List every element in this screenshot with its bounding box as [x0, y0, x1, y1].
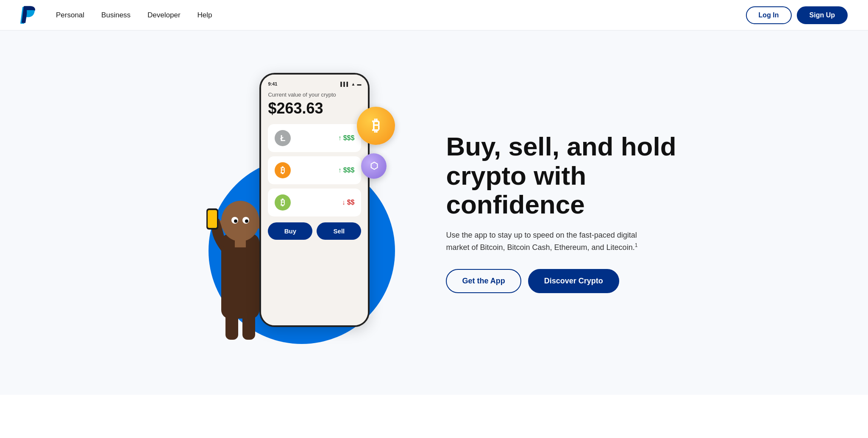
- phone-crypto-value: $263.63: [268, 100, 361, 117]
- svg-point-5: [245, 219, 248, 223]
- bch-row: ₿ ↓ $$: [268, 189, 361, 216]
- svg-point-4: [234, 219, 237, 223]
- floating-ethereum-icon: ⬡: [361, 153, 387, 179]
- floating-bitcoin-icon: ₿: [357, 107, 395, 145]
- navigation: Personal Business Developer Help Log In …: [0, 0, 868, 30]
- btc-icon: ₿: [275, 162, 291, 178]
- btc-arrow-up-icon: ↑: [338, 166, 342, 174]
- phone-status-bar: 9:41 ▌▌▌ ▲ ▬: [268, 81, 361, 86]
- btc-change: ↑ $$$: [338, 166, 355, 174]
- hero-content: Buy, sell, and hold crypto with confiden…: [446, 132, 676, 293]
- ltc-row: Ł ↑ $$$: [268, 124, 361, 152]
- bch-icon: ₿: [275, 194, 291, 211]
- phone-action-buttons: Buy Sell: [268, 222, 361, 240]
- phone-crypto-label: Current value of your crypto: [268, 91, 361, 98]
- battery-icon: ▬: [357, 82, 361, 86]
- phone-buy-button[interactable]: Buy: [268, 222, 312, 240]
- svg-rect-11: [225, 310, 238, 340]
- svg-rect-8: [235, 238, 246, 247]
- hero-section: 9:41 ▌▌▌ ▲ ▬ Current value of your crypt…: [0, 30, 868, 395]
- paypal-logo[interactable]: [20, 6, 36, 25]
- svg-rect-10: [208, 210, 217, 228]
- svg-point-1: [221, 201, 259, 241]
- nav-personal[interactable]: Personal: [56, 11, 84, 19]
- hero-subtext: Use the app to stay up to speed on the f…: [446, 229, 649, 254]
- ltc-icon: Ł: [275, 130, 291, 146]
- hero-cta-buttons: Get the App Discover Crypto: [446, 269, 676, 293]
- phone-sell-button[interactable]: Sell: [317, 222, 361, 240]
- discover-crypto-button[interactable]: Discover Crypto: [528, 269, 619, 293]
- wifi-icon: ▲: [351, 82, 356, 86]
- btc-row: ₿ ↑ $$$: [268, 156, 361, 184]
- nav-actions: Log In Sign Up: [746, 6, 848, 24]
- hero-illustration: 9:41 ▌▌▌ ▲ ▬ Current value of your crypt…: [192, 64, 412, 361]
- phone-time: 9:41: [268, 81, 277, 86]
- login-button[interactable]: Log In: [746, 6, 792, 24]
- ltc-change: ↑ $$$: [338, 134, 355, 142]
- nav-business[interactable]: Business: [101, 11, 131, 19]
- get-app-button[interactable]: Get the App: [446, 269, 521, 293]
- signup-button[interactable]: Sign Up: [797, 6, 848, 24]
- svg-rect-12: [242, 310, 255, 340]
- ltc-arrow-up-icon: ↑: [338, 134, 342, 142]
- bch-change: ↓ $$: [342, 199, 355, 206]
- hero-heading: Buy, sell, and hold crypto with confiden…: [446, 132, 676, 219]
- nav-developer[interactable]: Developer: [147, 11, 181, 19]
- nav-help[interactable]: Help: [198, 11, 212, 19]
- nav-links: Personal Business Developer Help: [56, 11, 746, 19]
- bch-arrow-down-icon: ↓: [342, 199, 345, 206]
- signal-icon: ▌▌▌: [340, 82, 349, 86]
- phone-mockup: 9:41 ▌▌▌ ▲ ▬ Current value of your crypt…: [259, 73, 370, 327]
